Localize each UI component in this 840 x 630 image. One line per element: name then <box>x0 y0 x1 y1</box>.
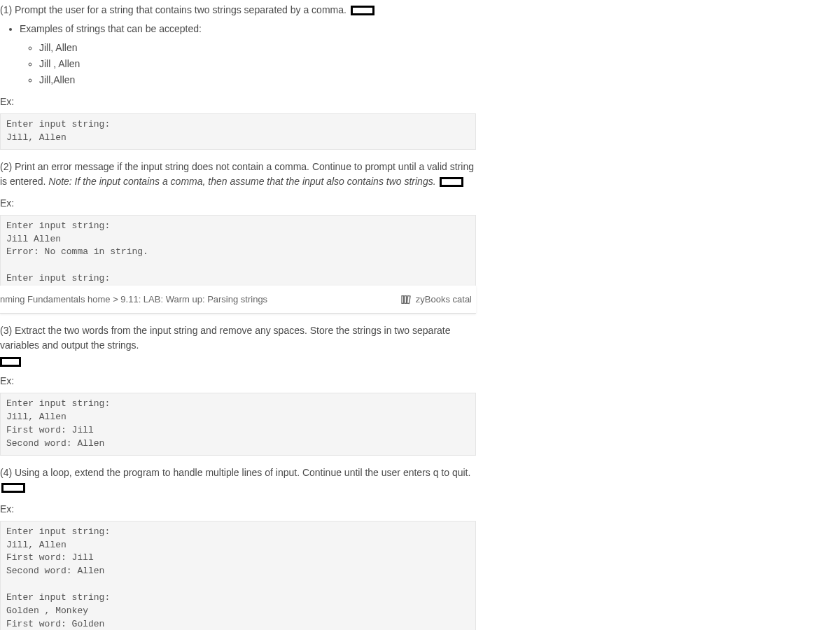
svg-rect-0 <box>402 295 404 303</box>
code-sample-2: Enter input string: Jill Allen Error: No… <box>0 215 476 286</box>
list-item: Jill, Allen <box>39 41 476 55</box>
library-icon <box>400 294 412 305</box>
redacted-value <box>0 357 21 367</box>
ex-label: Ex: <box>0 196 476 211</box>
list-item: Jill , Allen <box>39 57 476 71</box>
ex-label: Ex: <box>0 94 476 109</box>
catalog-label: zyBooks catal <box>416 293 472 307</box>
redacted-value <box>1 483 25 493</box>
breadcrumb-bar: nming Fundamentals home > 9.11: LAB: War… <box>0 286 476 314</box>
code-sample-3: Enter input string: Jill, Allen First wo… <box>0 393 476 455</box>
step2-note: Note: If the input contains a comma, the… <box>48 176 435 187</box>
step1-prompt: (1) Prompt the user for a string that co… <box>0 3 476 18</box>
step3-prompt: (3) Extract the two words from the input… <box>0 323 476 353</box>
lab-instructions: (1) Prompt the user for a string that co… <box>0 3 476 630</box>
step4-prompt: (4) Using a loop, extend the program to … <box>0 465 476 495</box>
list-item: Jill,Allen <box>39 73 476 88</box>
catalog-link[interactable]: zyBooks catal <box>400 293 472 307</box>
ex-label: Ex: <box>0 502 476 517</box>
svg-rect-1 <box>405 295 407 303</box>
code-sample-1: Enter input string: Jill, Allen <box>0 113 476 150</box>
examples-list: Jill, Allen Jill , Allen Jill,Allen <box>0 41 476 88</box>
svg-rect-2 <box>407 295 410 303</box>
redacted-value <box>351 6 374 15</box>
step1-text: (1) Prompt the user for a string that co… <box>0 4 346 15</box>
step4-text: (4) Using a loop, extend the program to … <box>0 467 470 478</box>
redacted-value <box>440 177 463 187</box>
examples-intro: Examples of strings that can be accepted… <box>20 22 476 36</box>
step2-prompt: (2) Print an error message if the input … <box>0 160 476 189</box>
code-sample-4: Enter input string: Jill, Allen First wo… <box>0 521 476 630</box>
breadcrumb[interactable]: nming Fundamentals home > 9.11: LAB: War… <box>0 293 267 307</box>
ex-label: Ex: <box>0 374 476 388</box>
